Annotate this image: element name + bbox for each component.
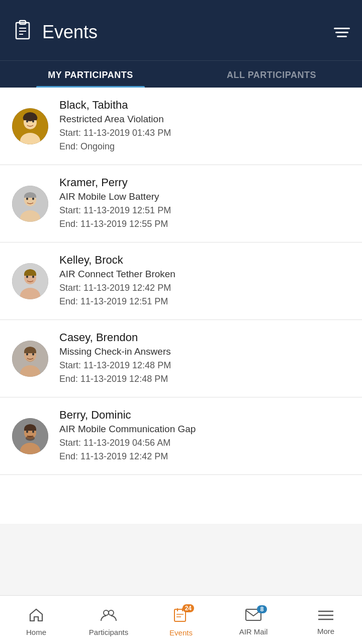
nav-events[interactable]: 24 Events xyxy=(145,596,217,644)
clipboard-icon xyxy=(12,20,33,45)
participant-name: Casey, Brendon xyxy=(59,331,350,344)
header: Events xyxy=(0,0,362,60)
avatar xyxy=(12,341,48,377)
event-times: Start: 11-13-2019 12:48 PM End: 11-13-20… xyxy=(59,359,350,386)
event-type: Restricted Area Violation xyxy=(59,114,350,125)
list-item[interactable]: Black, Tabitha Restricted Area Violation… xyxy=(0,88,362,165)
item-info: Casey, Brendon Missing Check-in Answers … xyxy=(59,331,350,386)
participant-name: Black, Tabitha xyxy=(59,99,350,112)
avatar xyxy=(12,186,48,222)
item-info: Berry, Dominic AIR Mobile Communication … xyxy=(59,409,350,463)
page-title: Events xyxy=(42,22,98,43)
mail-icon: 8 xyxy=(245,608,262,625)
avatar xyxy=(12,263,48,299)
participant-name: Berry, Dominic xyxy=(59,409,350,422)
item-info: Kelley, Brock AIR Connect Tether Broken … xyxy=(59,254,350,308)
mail-badge: 8 xyxy=(257,605,267,613)
event-type: AIR Connect Tether Broken xyxy=(59,269,350,280)
list-item[interactable]: Berry, Dominic AIR Mobile Communication … xyxy=(0,397,362,475)
svg-point-31 xyxy=(26,430,28,433)
tabs-container: MY PARTICIPANTS ALL PARTICIPANTS xyxy=(0,60,362,88)
item-info: Black, Tabitha Restricted Area Violation… xyxy=(59,99,350,153)
event-times: Start: 11-13-2019 12:51 PM End: 11-13-20… xyxy=(59,204,350,231)
events-badge: 24 xyxy=(183,604,194,612)
more-icon xyxy=(318,608,333,624)
event-type: Missing Check-in Answers xyxy=(59,346,350,357)
bottom-nav: Home Participants 24 Events xyxy=(0,595,362,644)
event-times: Start: 11-13-2019 04:56 AM End: 11-13-20… xyxy=(59,436,350,463)
events-label: Events xyxy=(169,628,193,637)
avatar xyxy=(12,418,48,454)
participant-name: Kramer, Perry xyxy=(59,176,350,189)
nav-participants[interactable]: Participants xyxy=(72,596,145,644)
tab-all-participants[interactable]: ALL PARTICIPANTS xyxy=(181,61,362,88)
home-label: Home xyxy=(26,628,46,636)
air-mail-label: AIR Mail xyxy=(239,627,268,636)
tab-my-participants[interactable]: MY PARTICIPANTS xyxy=(0,61,181,88)
event-times: Start: 11-13-2019 12:42 PM End: 11-13-20… xyxy=(59,281,350,308)
svg-point-32 xyxy=(32,430,34,433)
event-type: AIR Mobile Low Battery xyxy=(59,191,350,202)
events-list: Black, Tabitha Restricted Area Violation… xyxy=(0,88,362,524)
nav-home[interactable]: Home xyxy=(0,596,72,644)
svg-point-15 xyxy=(32,197,34,200)
svg-point-22 xyxy=(32,275,34,278)
svg-point-33 xyxy=(26,436,35,441)
participants-icon xyxy=(100,608,117,625)
svg-point-27 xyxy=(32,353,34,355)
header-left: Events xyxy=(12,20,98,45)
participants-label: Participants xyxy=(89,628,128,636)
filter-icon[interactable] xyxy=(334,28,350,37)
list-item[interactable]: Kelley, Brock AIR Connect Tether Broken … xyxy=(0,243,362,320)
svg-point-14 xyxy=(26,197,28,200)
nav-more[interactable]: More xyxy=(290,596,362,644)
nav-air-mail[interactable]: 8 AIR Mail xyxy=(217,596,290,644)
svg-point-35 xyxy=(109,610,114,615)
events-icon: 24 xyxy=(173,607,189,626)
home-icon xyxy=(29,608,44,625)
list-item[interactable]: Kramer, Perry AIR Mobile Low Battery Sta… xyxy=(0,165,362,243)
avatar xyxy=(12,108,48,144)
svg-point-26 xyxy=(26,353,28,355)
event-type: AIR Mobile Communication Gap xyxy=(59,424,350,435)
event-times: Start: 11-13-2019 01:43 PM End: Ongoing xyxy=(59,126,350,153)
svg-point-21 xyxy=(26,275,28,278)
participant-name: Kelley, Brock xyxy=(59,254,350,267)
item-info: Kramer, Perry AIR Mobile Low Battery Sta… xyxy=(59,176,350,231)
list-item[interactable]: Casey, Brendon Missing Check-in Answers … xyxy=(0,320,362,397)
svg-point-34 xyxy=(104,610,109,615)
more-label: More xyxy=(317,627,334,635)
